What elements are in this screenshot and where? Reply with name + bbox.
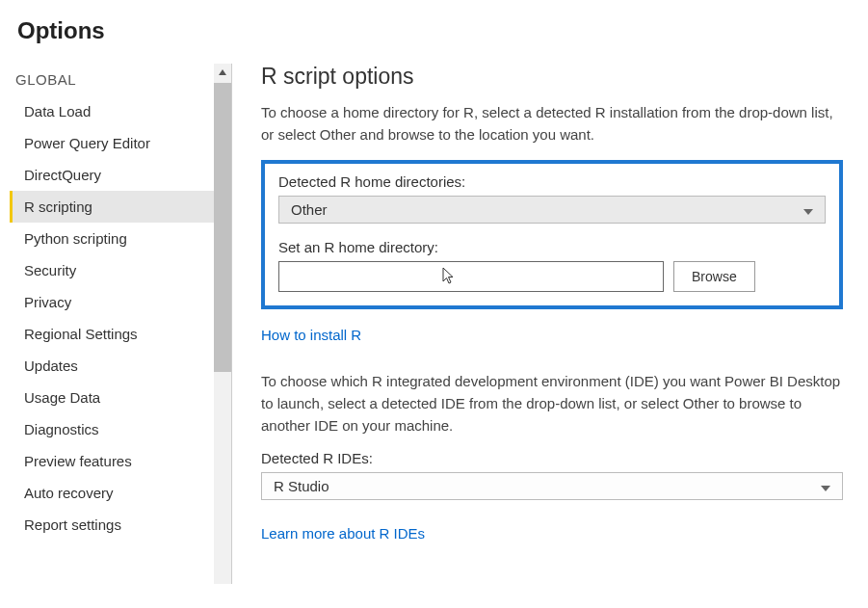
sidebar-item-security[interactable]: Security [10,254,231,286]
sidebar-item-power-query-editor[interactable]: Power Query Editor [10,127,231,159]
browse-button[interactable]: Browse [673,261,755,292]
content-title: R script options [261,64,843,90]
sidebar-item-report-settings[interactable]: Report settings [10,509,231,541]
detected-home-label: Detected R home directories: [278,173,826,190]
sidebar-item-regional-settings[interactable]: Regional Settings [10,318,231,350]
detected-home-selected: Other [291,201,328,218]
sidebar-item-directquery[interactable]: DirectQuery [10,159,231,191]
window-title: Options [0,0,868,54]
sidebar-item-privacy[interactable]: Privacy [10,286,231,318]
sidebar-item-python-scripting[interactable]: Python scripting [10,223,231,254]
sidebar-scrollbar-track[interactable] [214,64,231,584]
sidebar-item-preview-features[interactable]: Preview features [10,445,231,477]
chevron-down-icon [803,201,813,218]
home-directory-highlight: Detected R home directories: Other Set a… [261,160,843,309]
sidebar-item-updates[interactable]: Updates [10,350,231,382]
sidebar-item-data-load[interactable]: Data Load [10,95,231,127]
content-intro: To choose a home directory for R, select… [261,101,843,146]
sidebar: GLOBAL Data Load Power Query Editor Dire… [0,54,231,594]
set-home-label: Set an R home directory: [278,239,826,255]
install-r-link[interactable]: How to install R [261,327,361,343]
sidebar-scrollbar-thumb[interactable] [214,83,231,372]
content-pane: R script options To choose a home direct… [232,54,868,594]
set-home-input[interactable] [278,261,664,292]
learn-ide-link[interactable]: Learn more about R IDEs [261,525,425,542]
sidebar-nav-list: Data Load Power Query Editor DirectQuery… [10,95,231,541]
ide-intro: To choose which R integrated development… [261,370,843,437]
detected-home-dropdown[interactable]: Other [278,196,826,224]
sidebar-section-global: GLOBAL [10,67,231,95]
detected-ide-label: Detected R IDEs: [261,450,843,466]
chevron-down-icon [821,478,830,494]
detected-ide-dropdown[interactable]: R Studio [261,472,843,500]
scroll-up-arrow-icon[interactable] [214,64,231,81]
sidebar-item-usage-data[interactable]: Usage Data [10,382,231,413]
sidebar-item-r-scripting[interactable]: R scripting [10,191,231,223]
detected-ide-selected: R Studio [274,478,329,494]
sidebar-item-auto-recovery[interactable]: Auto recovery [10,477,231,509]
sidebar-item-diagnostics[interactable]: Diagnostics [10,413,231,445]
